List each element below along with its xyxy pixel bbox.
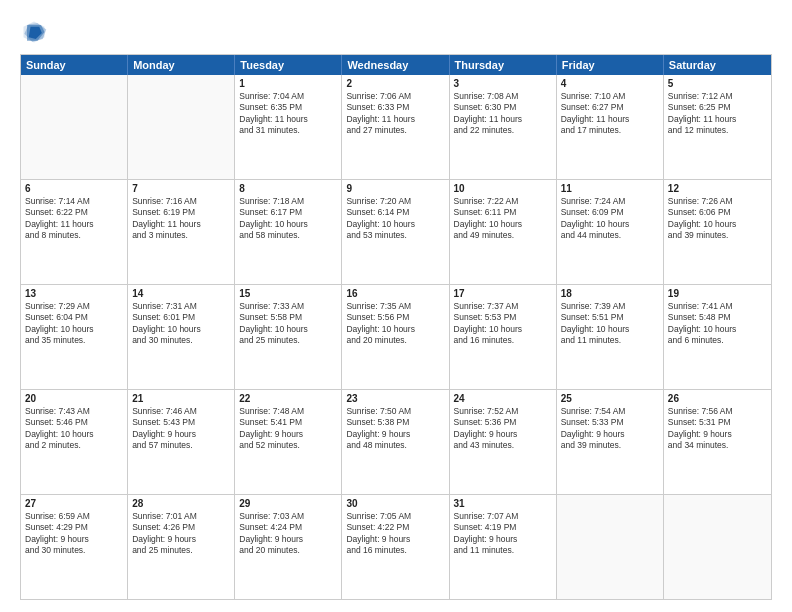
- day-number: 4: [561, 78, 659, 89]
- day-number: 25: [561, 393, 659, 404]
- calendar-cell-3-4: 24Sunrise: 7:52 AMSunset: 5:36 PMDayligh…: [450, 390, 557, 494]
- calendar-cell-3-5: 25Sunrise: 7:54 AMSunset: 5:33 PMDayligh…: [557, 390, 664, 494]
- day-number: 24: [454, 393, 552, 404]
- cell-line: Sunset: 6:19 PM: [132, 207, 230, 218]
- cell-line: and 52 minutes.: [239, 440, 337, 451]
- calendar-cell-3-0: 20Sunrise: 7:43 AMSunset: 5:46 PMDayligh…: [21, 390, 128, 494]
- cell-line: Daylight: 10 hours: [454, 219, 552, 230]
- cell-line: Daylight: 10 hours: [239, 324, 337, 335]
- cell-line: Sunrise: 7:43 AM: [25, 406, 123, 417]
- day-number: 27: [25, 498, 123, 509]
- calendar-cell-2-3: 16Sunrise: 7:35 AMSunset: 5:56 PMDayligh…: [342, 285, 449, 389]
- cell-line: Sunrise: 7:16 AM: [132, 196, 230, 207]
- day-number: 1: [239, 78, 337, 89]
- day-number: 18: [561, 288, 659, 299]
- calendar-cell-0-2: 1Sunrise: 7:04 AMSunset: 6:35 PMDaylight…: [235, 75, 342, 179]
- calendar-cell-1-2: 8Sunrise: 7:18 AMSunset: 6:17 PMDaylight…: [235, 180, 342, 284]
- cell-line: and 3 minutes.: [132, 230, 230, 241]
- cell-line: and 11 minutes.: [454, 545, 552, 556]
- cell-line: Sunset: 6:06 PM: [668, 207, 767, 218]
- header-day-saturday: Saturday: [664, 55, 771, 75]
- cell-line: Sunset: 5:53 PM: [454, 312, 552, 323]
- calendar-cell-1-1: 7Sunrise: 7:16 AMSunset: 6:19 PMDaylight…: [128, 180, 235, 284]
- cell-line: Sunset: 5:46 PM: [25, 417, 123, 428]
- cell-line: and 34 minutes.: [668, 440, 767, 451]
- calendar-cell-2-4: 17Sunrise: 7:37 AMSunset: 5:53 PMDayligh…: [450, 285, 557, 389]
- cell-line: and 30 minutes.: [132, 335, 230, 346]
- cell-line: Daylight: 10 hours: [561, 324, 659, 335]
- cell-line: and 48 minutes.: [346, 440, 444, 451]
- cell-line: Sunrise: 7:26 AM: [668, 196, 767, 207]
- calendar-cell-2-1: 14Sunrise: 7:31 AMSunset: 6:01 PMDayligh…: [128, 285, 235, 389]
- cell-line: Daylight: 10 hours: [668, 219, 767, 230]
- cell-line: Daylight: 11 hours: [25, 219, 123, 230]
- day-number: 26: [668, 393, 767, 404]
- calendar-cell-2-5: 18Sunrise: 7:39 AMSunset: 5:51 PMDayligh…: [557, 285, 664, 389]
- cell-line: Daylight: 11 hours: [132, 219, 230, 230]
- day-number: 19: [668, 288, 767, 299]
- calendar: SundayMondayTuesdayWednesdayThursdayFrid…: [20, 54, 772, 600]
- cell-line: Sunrise: 7:50 AM: [346, 406, 444, 417]
- day-number: 12: [668, 183, 767, 194]
- calendar-cell-3-6: 26Sunrise: 7:56 AMSunset: 5:31 PMDayligh…: [664, 390, 771, 494]
- day-number: 3: [454, 78, 552, 89]
- calendar-cell-0-6: 5Sunrise: 7:12 AMSunset: 6:25 PMDaylight…: [664, 75, 771, 179]
- cell-line: Daylight: 11 hours: [239, 114, 337, 125]
- cell-line: and 57 minutes.: [132, 440, 230, 451]
- cell-line: and 43 minutes.: [454, 440, 552, 451]
- calendar-cell-0-5: 4Sunrise: 7:10 AMSunset: 6:27 PMDaylight…: [557, 75, 664, 179]
- cell-line: and 39 minutes.: [668, 230, 767, 241]
- cell-line: and 35 minutes.: [25, 335, 123, 346]
- calendar-cell-3-1: 21Sunrise: 7:46 AMSunset: 5:43 PMDayligh…: [128, 390, 235, 494]
- header-day-monday: Monday: [128, 55, 235, 75]
- calendar-cell-0-4: 3Sunrise: 7:08 AMSunset: 6:30 PMDaylight…: [450, 75, 557, 179]
- calendar-cell-4-2: 29Sunrise: 7:03 AMSunset: 4:24 PMDayligh…: [235, 495, 342, 599]
- cell-line: Sunset: 5:41 PM: [239, 417, 337, 428]
- calendar-cell-1-5: 11Sunrise: 7:24 AMSunset: 6:09 PMDayligh…: [557, 180, 664, 284]
- cell-line: and 16 minutes.: [454, 335, 552, 346]
- cell-line: Daylight: 9 hours: [454, 534, 552, 545]
- cell-line: Daylight: 10 hours: [132, 324, 230, 335]
- cell-line: and 58 minutes.: [239, 230, 337, 241]
- cell-line: Sunset: 5:43 PM: [132, 417, 230, 428]
- calendar-cell-4-4: 31Sunrise: 7:07 AMSunset: 4:19 PMDayligh…: [450, 495, 557, 599]
- cell-line: Sunset: 5:56 PM: [346, 312, 444, 323]
- cell-line: Sunrise: 7:29 AM: [25, 301, 123, 312]
- calendar-header: SundayMondayTuesdayWednesdayThursdayFrid…: [21, 55, 771, 75]
- cell-line: Sunrise: 7:05 AM: [346, 511, 444, 522]
- cell-line: Sunrise: 7:39 AM: [561, 301, 659, 312]
- calendar-body: 1Sunrise: 7:04 AMSunset: 6:35 PMDaylight…: [21, 75, 771, 599]
- cell-line: Sunrise: 7:48 AM: [239, 406, 337, 417]
- cell-line: Sunrise: 7:07 AM: [454, 511, 552, 522]
- header-day-sunday: Sunday: [21, 55, 128, 75]
- cell-line: and 39 minutes.: [561, 440, 659, 451]
- cell-line: Sunset: 6:35 PM: [239, 102, 337, 113]
- cell-line: Daylight: 9 hours: [346, 429, 444, 440]
- cell-line: and 53 minutes.: [346, 230, 444, 241]
- cell-line: Sunset: 6:17 PM: [239, 207, 337, 218]
- day-number: 15: [239, 288, 337, 299]
- cell-line: Sunrise: 7:18 AM: [239, 196, 337, 207]
- header-day-wednesday: Wednesday: [342, 55, 449, 75]
- cell-line: and 30 minutes.: [25, 545, 123, 556]
- cell-line: Daylight: 11 hours: [668, 114, 767, 125]
- cell-line: Sunrise: 7:56 AM: [668, 406, 767, 417]
- calendar-cell-1-3: 9Sunrise: 7:20 AMSunset: 6:14 PMDaylight…: [342, 180, 449, 284]
- cell-line: Sunrise: 6:59 AM: [25, 511, 123, 522]
- cell-line: Sunrise: 7:37 AM: [454, 301, 552, 312]
- day-number: 16: [346, 288, 444, 299]
- day-number: 6: [25, 183, 123, 194]
- cell-line: Sunset: 6:22 PM: [25, 207, 123, 218]
- cell-line: Sunset: 5:51 PM: [561, 312, 659, 323]
- calendar-cell-4-0: 27Sunrise: 6:59 AMSunset: 4:29 PMDayligh…: [21, 495, 128, 599]
- cell-line: Sunset: 4:19 PM: [454, 522, 552, 533]
- cell-line: Sunset: 6:30 PM: [454, 102, 552, 113]
- day-number: 22: [239, 393, 337, 404]
- calendar-row-0: 1Sunrise: 7:04 AMSunset: 6:35 PMDaylight…: [21, 75, 771, 180]
- cell-line: Sunset: 6:14 PM: [346, 207, 444, 218]
- cell-line: Sunset: 6:27 PM: [561, 102, 659, 113]
- cell-line: Sunrise: 7:31 AM: [132, 301, 230, 312]
- cell-line: Daylight: 10 hours: [561, 219, 659, 230]
- cell-line: Sunrise: 7:54 AM: [561, 406, 659, 417]
- day-number: 13: [25, 288, 123, 299]
